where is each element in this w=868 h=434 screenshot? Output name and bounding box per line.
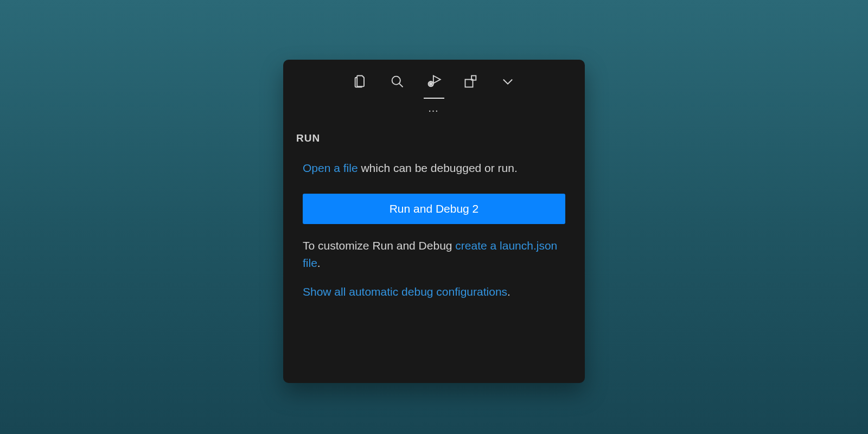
svg-rect-8: [465, 80, 473, 87]
explorer-tab[interactable]: [352, 74, 368, 91]
open-file-link[interactable]: Open a file: [303, 162, 358, 174]
run-debug-tab[interactable]: [426, 74, 442, 91]
show-auto-configs-link[interactable]: Show all automatic debug configurations: [303, 285, 507, 298]
svg-line-1: [399, 84, 403, 87]
files-icon: [353, 74, 368, 91]
run-panel-content: Open a file which can be debugged or run…: [283, 159, 585, 301]
extensions-icon: [463, 74, 478, 91]
show-configs-tail: .: [507, 285, 510, 298]
more-tabs-dropdown[interactable]: [500, 74, 516, 91]
run-debug-icon: [426, 74, 442, 91]
customize-tail: .: [317, 257, 321, 269]
svg-marker-2: [433, 76, 441, 84]
run-debug-panel: … Run Open a file which can be debugged …: [283, 60, 585, 383]
open-file-prompt: Open a file which can be debugged or run…: [303, 159, 565, 177]
activity-tabbar: [283, 60, 585, 93]
ellipsis-icon: …: [428, 102, 441, 114]
show-configs-prompt: Show all automatic debug configurations.: [303, 283, 565, 301]
open-file-tail: which can be debugged or run.: [358, 162, 518, 174]
search-icon: [390, 74, 405, 91]
extensions-tab[interactable]: [463, 74, 479, 91]
section-heading-run: Run: [283, 114, 585, 144]
run-and-debug-button[interactable]: Run and Debug 2: [303, 194, 565, 224]
customize-prompt: To customize Run and Debug create a laun…: [303, 237, 565, 272]
search-tab[interactable]: [389, 74, 405, 91]
svg-point-0: [392, 76, 400, 85]
chevron-down-icon: [500, 74, 515, 91]
customize-lead: To customize Run and Debug: [303, 239, 455, 252]
panel-more-actions[interactable]: …: [283, 93, 585, 114]
